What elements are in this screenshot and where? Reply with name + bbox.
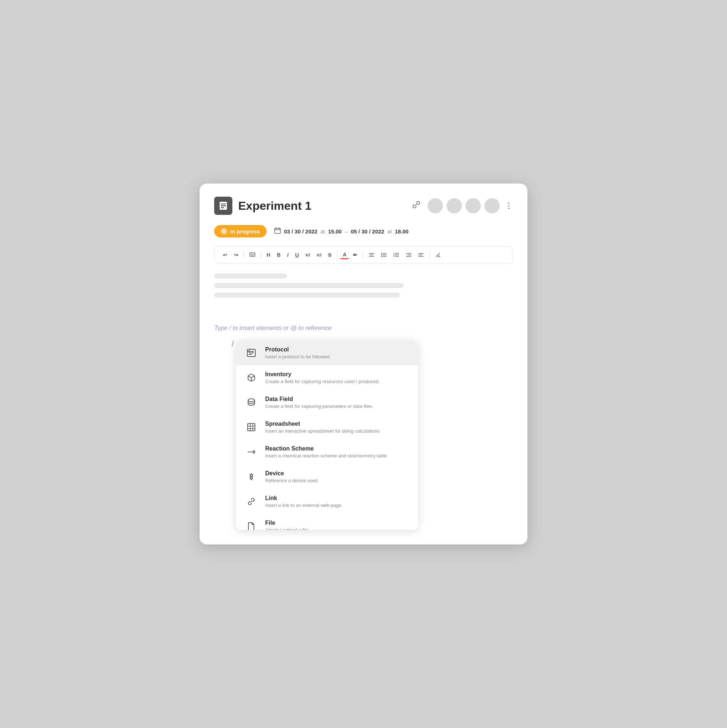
spreadsheet-desc: Insert an interactive spreadsheet for do… [265,428,410,434]
protocol-title: Protocol [265,346,410,353]
inventory-text: Inventory Create a field for capturing r… [265,371,410,384]
redo-button[interactable]: ↪ [231,251,241,259]
svg-text:3.: 3. [393,255,395,257]
svg-rect-2 [221,205,226,206]
strikethrough-button[interactable]: S [326,251,334,259]
reaction-scheme-desc: Insert a chemical reaction scheme and st… [265,453,410,459]
check-icon: ✓ [221,228,227,234]
inventory-icon [244,370,259,385]
svg-rect-38 [248,424,255,431]
protocol-text: Protocol Insert a protocol to be followe… [265,346,410,359]
keyboard-button[interactable] [247,251,258,259]
protocol-icon [244,346,259,360]
superscript-button[interactable]: x2 [314,251,324,259]
menu-item-link[interactable]: Link Insert a link to an external web-pa… [236,489,418,514]
svg-rect-4 [275,228,280,234]
italic-button[interactable]: I [285,251,291,259]
main-window: Experiment 1 ⋮ ✓ In progress [200,184,527,544]
spreadsheet-title: Spreadsheet [265,421,410,427]
toolbar-divider-4 [363,251,363,259]
outdent-button[interactable] [416,251,427,259]
toolbar-divider-3 [337,251,337,259]
undo-button[interactable]: ↩ [220,251,230,259]
menu-item-file[interactable]: File Attach / embed a file [236,514,418,530]
more-options-button[interactable]: ⋮ [505,201,513,211]
link-text: Link Insert a link to an external web-pa… [265,495,410,508]
bullet-list-button[interactable] [378,251,389,259]
device-title: Device [265,470,410,477]
highlight-button[interactable]: ✏ [350,251,360,259]
toolbar-divider-1 [244,251,244,259]
device-desc: Reference a device used [265,478,410,483]
numbered-list-button[interactable]: 1.2.3. [391,251,402,259]
menu-item-protocol[interactable]: Protocol Insert a protocol to be followe… [236,341,418,365]
header-left: Experiment 1 [214,197,311,215]
svg-point-37 [248,399,255,402]
slash-indicator: / [232,339,234,349]
data-field-icon [244,395,259,410]
toolbar-divider-2 [261,251,261,259]
underline-button[interactable]: U [292,251,301,259]
menu-item-spreadsheet[interactable]: Spreadsheet Insert an interactive spread… [236,415,418,440]
inventory-title: Inventory [265,371,410,378]
indent-button[interactable] [403,251,414,259]
data-field-desc: Create a field for capturing parameters … [265,404,410,409]
menu-item-data-field[interactable]: Data Field Create a field for capturing … [236,390,418,415]
svg-point-15 [381,254,383,255]
reaction-scheme-text: Reaction Scheme Insert a chemical reacti… [265,445,410,459]
menu-item-reaction-scheme[interactable]: Reaction Scheme Insert a chemical reacti… [236,440,418,464]
align-center-button[interactable] [366,251,377,259]
editor-area[interactable] [214,274,513,317]
status-bar: ✓ In progress 03 / 30 / 2022 at 15.00 – … [214,225,513,237]
svg-rect-1 [221,203,226,205]
link-icon[interactable] [412,200,421,212]
skeleton-text-1 [214,274,287,278]
data-field-title: Data Field [265,396,410,402]
slash-command-area: / Protocol Insert a protocol to be follo… [214,341,513,530]
svg-rect-3 [221,207,224,208]
file-desc: Attach / embed a file [265,527,410,530]
page-title: Experiment 1 [238,199,311,213]
header-right: ⋮ [412,198,513,213]
file-title: File [265,520,410,526]
svg-point-13 [381,253,383,254]
device-icon [244,470,259,484]
avatar-2 [447,198,462,213]
subscript-button[interactable]: x2 [303,251,312,259]
link-desc: Insert a link to an external web-page [265,503,410,508]
data-field-text: Data Field Create a field for capturing … [265,396,410,409]
svg-rect-9 [251,255,254,255]
clear-formatting-button[interactable] [433,251,444,259]
svg-rect-7 [252,254,253,255]
file-text: File Attach / embed a file [265,520,410,530]
link-menu-icon [244,494,259,509]
editor-placeholder[interactable]: Type / to insert elements or @ to refere… [214,324,513,332]
status-badge[interactable]: ✓ In progress [214,225,266,237]
protocol-desc: Insert a protocol to be followed [265,354,410,359]
avatar-1 [428,198,443,213]
insert-menu: Protocol Insert a protocol to be followe… [236,341,418,530]
bold-button[interactable]: B [274,251,283,259]
skeleton-text-2 [214,283,404,288]
spreadsheet-icon [244,420,259,434]
heading-button[interactable]: H [264,251,273,259]
calendar-icon [274,227,281,236]
reaction-scheme-icon [244,445,259,459]
svg-rect-8 [254,254,254,255]
header: Experiment 1 ⋮ [214,197,513,215]
menu-item-device[interactable]: Device Reference a device used [236,464,418,489]
menu-item-inventory[interactable]: Inventory Create a field for capturing r… [236,365,418,390]
spreadsheet-text: Spreadsheet Insert an interactive spread… [265,421,410,434]
avatar-4 [484,198,500,213]
inventory-desc: Create a field for capturing resources u… [265,379,410,384]
link-title: Link [265,495,410,502]
toolbar-divider-5 [429,251,430,259]
skeleton-text-3 [214,292,400,298]
date-start: 03 / 30 / 2022 at 15.00 – 05 / 30 / 2022… [284,228,409,234]
status-label: In progress [230,228,260,234]
document-icon [214,197,233,215]
date-range: 03 / 30 / 2022 at 15.00 – 05 / 30 / 2022… [274,227,409,236]
svg-point-44 [251,476,252,477]
reaction-scheme-title: Reaction Scheme [265,445,410,452]
font-color-button[interactable]: A [340,250,349,259]
